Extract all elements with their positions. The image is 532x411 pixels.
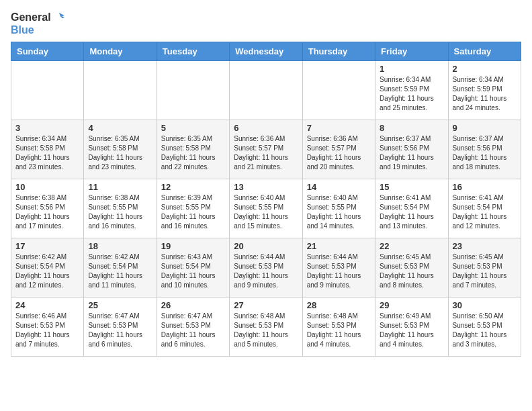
day-info: Sunrise: 6:44 AM Sunset: 5:53 PM Dayligh… [307,253,371,290]
day-cell: 5Sunrise: 6:35 AM Sunset: 5:58 PM Daylig… [157,120,229,179]
week-row-5: 24Sunrise: 6:46 AM Sunset: 5:53 PM Dayli… [11,298,521,357]
weekday-header-sunday: Sunday [11,42,84,61]
day-cell: 24Sunrise: 6:46 AM Sunset: 5:53 PM Dayli… [11,298,84,357]
day-info: Sunrise: 6:34 AM Sunset: 5:59 PM Dayligh… [453,75,517,113]
day-cell: 21Sunrise: 6:44 AM Sunset: 5:53 PM Dayli… [302,238,375,298]
day-cell: 1Sunrise: 6:34 AM Sunset: 5:59 PM Daylig… [375,61,448,120]
day-cell: 12Sunrise: 6:39 AM Sunset: 5:55 PM Dayli… [157,179,229,238]
day-info: Sunrise: 6:48 AM Sunset: 5:53 PM Dayligh… [307,312,371,349]
day-cell [302,61,375,120]
day-info: Sunrise: 6:46 AM Sunset: 5:53 PM Dayligh… [15,312,79,349]
day-cell: 27Sunrise: 6:48 AM Sunset: 5:53 PM Dayli… [230,298,302,357]
day-cell: 20Sunrise: 6:44 AM Sunset: 5:53 PM Dayli… [230,238,302,298]
day-number: 2 [453,64,517,74]
day-info: Sunrise: 6:34 AM Sunset: 5:59 PM Dayligh… [380,75,443,113]
day-info: Sunrise: 6:45 AM Sunset: 5:53 PM Dayligh… [453,253,517,290]
day-number: 26 [161,300,225,310]
day-info: Sunrise: 6:40 AM Sunset: 5:55 PM Dayligh… [307,193,371,231]
day-info: Sunrise: 6:50 AM Sunset: 5:53 PM Dayligh… [453,312,517,349]
day-cell: 19Sunrise: 6:43 AM Sunset: 5:54 PM Dayli… [157,238,229,298]
week-row-2: 3Sunrise: 6:34 AM Sunset: 5:58 PM Daylig… [11,120,521,179]
day-cell: 7Sunrise: 6:36 AM Sunset: 5:57 PM Daylig… [302,120,375,179]
day-info: Sunrise: 6:43 AM Sunset: 5:54 PM Dayligh… [161,253,225,290]
day-info: Sunrise: 6:49 AM Sunset: 5:53 PM Dayligh… [380,312,443,349]
day-cell: 16Sunrise: 6:41 AM Sunset: 5:54 PM Dayli… [448,179,521,238]
weekday-header-friday: Friday [375,42,448,61]
day-info: Sunrise: 6:48 AM Sunset: 5:53 PM Dayligh… [234,312,298,349]
day-number: 23 [453,241,517,251]
day-number: 11 [88,182,152,192]
page-header: General Blue [11,11,521,36]
calendar-table: SundayMondayTuesdayWednesdayThursdayFrid… [11,42,521,357]
day-info: Sunrise: 6:44 AM Sunset: 5:53 PM Dayligh… [234,253,298,290]
weekday-header-monday: Monday [84,42,157,61]
day-number: 24 [15,300,79,310]
day-cell: 10Sunrise: 6:38 AM Sunset: 5:56 PM Dayli… [11,179,84,238]
day-info: Sunrise: 6:47 AM Sunset: 5:53 PM Dayligh… [161,312,225,349]
weekday-header-row: SundayMondayTuesdayWednesdayThursdayFrid… [11,42,521,61]
day-info: Sunrise: 6:42 AM Sunset: 5:54 PM Dayligh… [15,253,79,290]
day-cell: 28Sunrise: 6:48 AM Sunset: 5:53 PM Dayli… [302,298,375,357]
day-number: 29 [380,300,443,310]
day-number: 17 [15,241,79,251]
day-cell: 30Sunrise: 6:50 AM Sunset: 5:53 PM Dayli… [448,298,521,357]
day-cell: 11Sunrise: 6:38 AM Sunset: 5:55 PM Dayli… [84,179,157,238]
day-info: Sunrise: 6:39 AM Sunset: 5:55 PM Dayligh… [161,193,225,231]
day-cell: 9Sunrise: 6:37 AM Sunset: 5:56 PM Daylig… [448,120,521,179]
day-number: 27 [234,300,298,310]
day-number: 8 [380,123,443,133]
logo: General Blue [11,11,64,36]
day-number: 3 [15,123,79,133]
day-info: Sunrise: 6:36 AM Sunset: 5:57 PM Dayligh… [234,134,298,172]
day-info: Sunrise: 6:37 AM Sunset: 5:56 PM Dayligh… [380,134,443,172]
day-number: 13 [234,182,298,192]
day-cell: 29Sunrise: 6:49 AM Sunset: 5:53 PM Dayli… [375,298,448,357]
day-cell: 3Sunrise: 6:34 AM Sunset: 5:58 PM Daylig… [11,120,84,179]
day-cell [157,61,229,120]
day-number: 25 [88,300,152,310]
day-number: 21 [307,241,371,251]
weekday-header-tuesday: Tuesday [157,42,229,61]
day-number: 18 [88,241,152,251]
day-cell: 18Sunrise: 6:42 AM Sunset: 5:54 PM Dayli… [84,238,157,298]
day-number: 22 [380,241,443,251]
day-number: 20 [234,241,298,251]
day-info: Sunrise: 6:38 AM Sunset: 5:56 PM Dayligh… [15,193,79,231]
day-info: Sunrise: 6:34 AM Sunset: 5:58 PM Dayligh… [15,134,79,172]
day-info: Sunrise: 6:45 AM Sunset: 5:53 PM Dayligh… [380,253,443,290]
weekday-header-wednesday: Wednesday [230,42,302,61]
day-cell: 26Sunrise: 6:47 AM Sunset: 5:53 PM Dayli… [157,298,229,357]
weekday-header-thursday: Thursday [302,42,375,61]
day-cell: 4Sunrise: 6:35 AM Sunset: 5:58 PM Daylig… [84,120,157,179]
day-number: 28 [307,300,371,310]
day-cell [230,61,302,120]
day-number: 1 [380,64,443,74]
day-cell: 25Sunrise: 6:47 AM Sunset: 5:53 PM Dayli… [84,298,157,357]
day-info: Sunrise: 6:35 AM Sunset: 5:58 PM Dayligh… [88,134,152,172]
day-info: Sunrise: 6:47 AM Sunset: 5:53 PM Dayligh… [88,312,152,349]
day-number: 10 [15,182,79,192]
logo-bird-icon [52,11,64,24]
day-cell: 14Sunrise: 6:40 AM Sunset: 5:55 PM Dayli… [302,179,375,238]
day-cell: 13Sunrise: 6:40 AM Sunset: 5:55 PM Dayli… [230,179,302,238]
day-number: 4 [88,123,152,133]
day-number: 9 [453,123,517,133]
day-number: 7 [307,123,371,133]
day-cell: 6Sunrise: 6:36 AM Sunset: 5:57 PM Daylig… [230,120,302,179]
day-number: 12 [161,182,225,192]
day-cell: 23Sunrise: 6:45 AM Sunset: 5:53 PM Dayli… [448,238,521,298]
day-cell: 15Sunrise: 6:41 AM Sunset: 5:54 PM Dayli… [375,179,448,238]
logo-general: General [11,11,51,24]
weekday-header-saturday: Saturday [448,42,521,61]
day-info: Sunrise: 6:36 AM Sunset: 5:57 PM Dayligh… [307,134,371,172]
day-cell: 8Sunrise: 6:37 AM Sunset: 5:56 PM Daylig… [375,120,448,179]
day-info: Sunrise: 6:38 AM Sunset: 5:55 PM Dayligh… [88,193,152,231]
day-number: 15 [380,182,443,192]
day-cell [84,61,157,120]
day-cell: 2Sunrise: 6:34 AM Sunset: 5:59 PM Daylig… [448,61,521,120]
day-info: Sunrise: 6:35 AM Sunset: 5:58 PM Dayligh… [161,134,225,172]
day-number: 5 [161,123,225,133]
day-info: Sunrise: 6:40 AM Sunset: 5:55 PM Dayligh… [234,193,298,231]
day-cell [11,61,84,120]
week-row-4: 17Sunrise: 6:42 AM Sunset: 5:54 PM Dayli… [11,238,521,298]
